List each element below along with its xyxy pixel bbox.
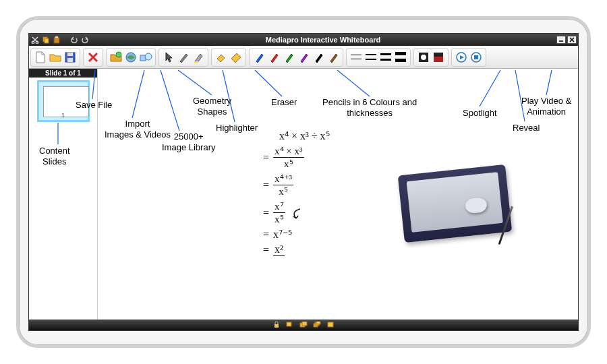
svg-rect-28 [316,322,320,324]
slide-number: 1 [61,112,65,119]
window-title: Mediapro Interactive Whiteboard [90,36,556,44]
eraser-small-button[interactable] [214,50,229,65]
line-weight-4-button[interactable] [393,50,408,65]
status-bar [29,320,578,330]
pencil-red-button[interactable] [266,50,281,65]
stop-video-button[interactable] [469,50,484,65]
slide-counter: Slide 1 of 1 [29,69,97,78]
svg-rect-25 [302,322,307,326]
svg-rect-29 [328,322,333,327]
svg-point-10 [116,52,121,57]
line-weight-2-button[interactable] [364,50,378,65]
svg-rect-21 [474,55,478,59]
svg-rect-23 [287,322,291,326]
svg-point-16 [421,55,426,60]
svg-rect-9 [67,58,73,62]
pencil-black-button[interactable] [311,50,326,65]
svg-rect-4 [54,37,59,43]
spotlight-button[interactable] [416,50,431,65]
svg-rect-18 [434,53,443,57]
svg-rect-3 [45,38,49,43]
line-weight-1-button[interactable] [349,50,364,65]
toolbar [29,46,578,69]
pencil-colors-group [249,48,343,67]
svg-rect-22 [274,324,279,328]
svg-rect-14 [194,61,198,63]
redo-icon[interactable] [80,35,90,44]
line-weight-3-button[interactable] [378,50,393,65]
open-file-button[interactable] [48,50,63,65]
image-library-button[interactable] [123,50,138,65]
pen-tool-button[interactable] [176,50,191,65]
pencil-purple-button[interactable] [296,50,311,65]
tablet-illustration [398,164,513,249]
whiteboard-canvas[interactable]: x⁴ × x³ ÷ x⁵ = x⁴ × x³x⁵ = x⁴⁺³x⁵ = x⁷x⁵… [98,69,578,320]
line-weight-group [346,48,411,67]
layer-2-icon[interactable] [299,321,308,329]
handwritten-math: x⁴ × x³ ÷ x⁵ = x⁴ × x³x⁵ = x⁴⁺³x⁵ = x⁷x⁵… [263,129,330,259]
pointer-tool-button[interactable] [161,50,176,65]
svg-rect-8 [67,53,73,56]
minimize-button[interactable] [556,36,566,44]
save-file-button[interactable] [63,50,78,65]
paste-icon[interactable] [52,35,61,44]
pencil-brown-button[interactable] [326,50,341,65]
reveal-button[interactable] [431,50,446,65]
new-file-button[interactable] [33,50,48,65]
layer-4-icon[interactable] [326,321,335,329]
cut-icon[interactable] [30,35,40,44]
svg-point-13 [145,53,152,60]
highlighter-button[interactable] [191,50,206,65]
app-window: Mediapro Interactive Whiteboard [28,33,579,331]
title-bar: Mediapro Interactive Whiteboard [29,34,578,46]
layer-1-icon[interactable] [285,321,295,329]
geometry-shapes-button[interactable] [138,50,153,65]
svg-rect-5 [55,36,58,38]
import-button[interactable] [109,50,123,65]
close-button[interactable] [567,36,577,44]
lock-icon[interactable] [272,321,281,329]
slide-thumbnail-1[interactable]: 1 [37,80,90,122]
pencil-blue-button[interactable] [252,50,266,65]
layer-3-icon[interactable] [312,321,322,329]
delete-button[interactable] [86,50,100,65]
copy-icon[interactable] [41,35,51,44]
slides-sidebar: Slide 1 of 1 1 [29,69,98,320]
pencil-green-button[interactable] [281,50,296,65]
play-video-button[interactable] [454,50,469,65]
eraser-large-button[interactable] [229,50,243,65]
undo-icon[interactable] [69,35,79,44]
